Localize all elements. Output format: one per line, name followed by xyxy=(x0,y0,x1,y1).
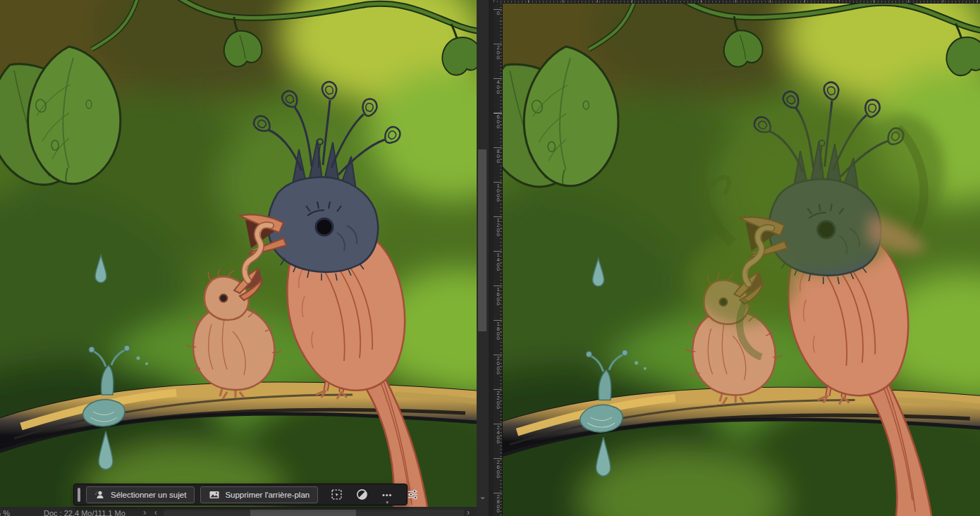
ruler-label: 6 0 0 xyxy=(494,115,503,129)
remove-background-button[interactable]: Supprimer l'arrière-plan xyxy=(200,486,318,503)
ruler-label: 2 0 0 xyxy=(494,46,503,60)
select-subject-button[interactable]: Sélectionner un sujet xyxy=(86,486,195,503)
canvas-left[interactable] xyxy=(0,0,477,516)
pane-divider xyxy=(489,0,494,516)
horizontal-scrollbar[interactable] xyxy=(164,510,464,516)
vscroll-down-arrow-icon[interactable]: ⌄ xyxy=(477,491,489,501)
transform-marquee-icon[interactable] xyxy=(324,486,349,503)
vertical-scrollbar-thumb[interactable] xyxy=(478,149,486,331)
document-view-right: 02 0 04 0 06 0 08 0 01 0 0 01 2 0 01 4 0… xyxy=(494,0,980,516)
contrast-circle-icon[interactable] xyxy=(349,486,374,503)
ruler-label: 0 xyxy=(494,11,503,16)
document-statusbar: 5 % Doc : 22.4 Mo/111.1 Mo › ‹ › xyxy=(0,507,477,516)
contextual-taskbar: Sélectionner un sujet Supprimer l'arrièr… xyxy=(73,484,408,505)
canvas-right-wrap xyxy=(503,4,980,516)
select-subject-label: Sélectionner un sujet xyxy=(111,491,186,499)
more-options-caret-icon: ▾ xyxy=(386,500,388,505)
ruler-label: 8 0 0 xyxy=(494,149,503,164)
doc-size-info: Doc : 22.4 Mo/111.1 Mo xyxy=(44,509,125,516)
select-subject-person-icon xyxy=(94,489,106,500)
vertical-ruler[interactable]: 02 0 04 0 06 0 08 0 01 0 0 01 2 0 01 4 0… xyxy=(494,4,503,516)
photoshop-window: Sélectionner un sujet Supprimer l'arrièr… xyxy=(0,0,980,516)
ruler-position-marker xyxy=(494,113,503,113)
ruler-label: 1 2 0 0 xyxy=(494,219,503,238)
hscroll-right-arrow-icon[interactable]: › xyxy=(467,508,470,516)
zoom-level-field[interactable]: 5 % xyxy=(0,509,20,516)
ruler-label: 1 4 0 0 xyxy=(494,253,503,272)
remove-background-label: Supprimer l'arrière-plan xyxy=(225,491,310,499)
ruler-label: 2 0 0 0 xyxy=(494,357,503,376)
hscroll-left-arrow-icon[interactable]: ‹ xyxy=(154,508,157,516)
adjustments-sliders-icon[interactable] xyxy=(400,486,425,503)
more-options-icon[interactable]: ••• ▾ xyxy=(374,486,400,503)
ruler-label: 2 8 0 0 xyxy=(494,495,503,514)
ruler-label: 2 2 0 0 xyxy=(494,391,503,410)
ruler-label: 2 4 0 0 xyxy=(494,426,503,445)
remove-background-image-icon xyxy=(209,489,220,500)
horizontal-ruler[interactable] xyxy=(494,0,980,4)
ruler-label: 1 6 0 0 xyxy=(494,288,503,307)
ruler-label: 1 8 0 0 xyxy=(494,322,503,341)
horizontal-scrollbar-thumb[interactable] xyxy=(250,510,356,516)
document-view-left: Sélectionner un sujet Supprimer l'arrièr… xyxy=(0,0,477,516)
vertical-scrollbar[interactable]: ⌄ xyxy=(477,0,489,516)
ruler-label: 4 0 0 xyxy=(494,80,503,94)
taskbar-drag-handle[interactable] xyxy=(78,488,80,502)
ruler-label: 2 6 0 0 xyxy=(494,460,503,479)
ruler-label: 1 0 0 0 xyxy=(494,184,503,203)
status-flyout-chevron-icon[interactable]: › xyxy=(143,507,146,516)
canvas-right[interactable] xyxy=(503,4,980,516)
